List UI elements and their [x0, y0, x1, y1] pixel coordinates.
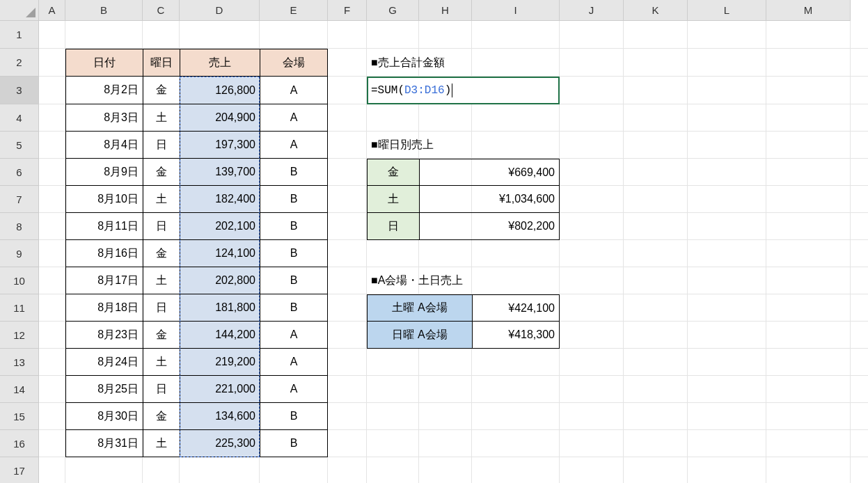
cell-venue-12[interactable]: A	[260, 322, 328, 349]
row-header-12[interactable]: 12	[0, 322, 39, 349]
row-header-16[interactable]: 16	[0, 430, 39, 457]
venuea-amount-11[interactable]: ¥424,100	[472, 294, 560, 322]
byday-amount-7[interactable]: ¥1,034,600	[419, 186, 560, 213]
col-header-G[interactable]: G	[367, 0, 419, 21]
cell-date-11[interactable]: 8月18日	[65, 294, 143, 322]
col-header-H[interactable]: H	[419, 0, 472, 21]
cell-date-5[interactable]: 8月4日	[65, 132, 143, 159]
cell-date-7[interactable]: 8月10日	[65, 186, 143, 213]
cell-sales-3[interactable]: 126,800	[180, 77, 260, 104]
cell-day-4[interactable]: 土	[143, 104, 180, 132]
cell-sales-12[interactable]: 144,200	[180, 322, 260, 349]
row-header-13[interactable]: 13	[0, 349, 39, 376]
row-header-7[interactable]: 7	[0, 186, 39, 213]
cell-day-16[interactable]: 土	[143, 430, 180, 457]
byday-amount-6[interactable]: ¥669,400	[419, 159, 560, 186]
byday-day-6[interactable]: 金	[367, 159, 419, 186]
venuea-label-11[interactable]: 土曜 A会場	[367, 294, 472, 322]
cell-date-9[interactable]: 8月16日	[65, 240, 143, 267]
cell-venue-15[interactable]: B	[260, 403, 328, 430]
venuea-amount-12[interactable]: ¥418,300	[472, 322, 560, 349]
col-header-A[interactable]: A	[39, 0, 65, 21]
cell-sales-4[interactable]: 204,900	[180, 104, 260, 132]
cell-day-7[interactable]: 土	[143, 186, 180, 213]
cell-sales-11[interactable]: 181,800	[180, 294, 260, 322]
cell-venue-4[interactable]: A	[260, 104, 328, 132]
cell-day-11[interactable]: 日	[143, 294, 180, 322]
col-header-L[interactable]: L	[688, 0, 766, 21]
grid-area[interactable]: 日付曜日売上会場8月2日金126,800A8月3日土204,900A8月4日日1…	[39, 21, 868, 483]
row-header-17[interactable]: 17	[0, 457, 39, 483]
row-header-5[interactable]: 5	[0, 132, 39, 159]
col-header-K[interactable]: K	[624, 0, 688, 21]
cell-date-10[interactable]: 8月17日	[65, 267, 143, 294]
row-header-6[interactable]: 6	[0, 159, 39, 186]
cell-day-8[interactable]: 日	[143, 213, 180, 240]
cell-day-5[interactable]: 日	[143, 132, 180, 159]
cell-sales-7[interactable]: 182,400	[180, 186, 260, 213]
cell-venue-8[interactable]: B	[260, 213, 328, 240]
cell-venue-7[interactable]: B	[260, 186, 328, 213]
header-venue[interactable]: 会場	[260, 49, 328, 77]
cell-sales-10[interactable]: 202,800	[180, 267, 260, 294]
cell-date-15[interactable]: 8月30日	[65, 403, 143, 430]
header-day[interactable]: 曜日	[143, 49, 180, 77]
col-header-D[interactable]: D	[180, 0, 260, 21]
cell-venue-11[interactable]: B	[260, 294, 328, 322]
header-date[interactable]: 日付	[65, 49, 143, 77]
col-header-I[interactable]: I	[472, 0, 560, 21]
cell-venue-5[interactable]: A	[260, 132, 328, 159]
row-header-9[interactable]: 9	[0, 240, 39, 267]
select-all-corner[interactable]	[0, 0, 39, 21]
cell-sales-13[interactable]: 219,200	[180, 349, 260, 376]
row-header-3[interactable]: 3	[0, 77, 39, 104]
cell-day-13[interactable]: 土	[143, 349, 180, 376]
row-header-2[interactable]: 2	[0, 49, 39, 77]
cell-date-6[interactable]: 8月9日	[65, 159, 143, 186]
byday-day-8[interactable]: 日	[367, 213, 419, 240]
row-header-14[interactable]: 14	[0, 376, 39, 403]
cell-day-6[interactable]: 金	[143, 159, 180, 186]
col-header-B[interactable]: B	[65, 0, 143, 21]
cell-venue-13[interactable]: A	[260, 349, 328, 376]
cell-day-3[interactable]: 金	[143, 77, 180, 104]
row-header-8[interactable]: 8	[0, 213, 39, 240]
cell-sales-16[interactable]: 225,300	[180, 430, 260, 457]
cell-date-16[interactable]: 8月31日	[65, 430, 143, 457]
row-header-4[interactable]: 4	[0, 104, 39, 132]
cell-sales-9[interactable]: 124,100	[180, 240, 260, 267]
byday-amount-8[interactable]: ¥802,200	[419, 213, 560, 240]
row-header-15[interactable]: 15	[0, 403, 39, 430]
row-header-1[interactable]: 1	[0, 21, 39, 49]
cell-day-10[interactable]: 土	[143, 267, 180, 294]
cell-date-14[interactable]: 8月25日	[65, 376, 143, 403]
cell-sales-5[interactable]: 197,300	[180, 132, 260, 159]
cell-sales-8[interactable]: 202,100	[180, 213, 260, 240]
row-header-11[interactable]: 11	[0, 294, 39, 322]
cell-date-4[interactable]: 8月3日	[65, 104, 143, 132]
cell-date-8[interactable]: 8月11日	[65, 213, 143, 240]
spreadsheet[interactable]: ABCDEFGHIJKLM 1234567891011121314151617 …	[0, 0, 868, 483]
cell-date-3[interactable]: 8月2日	[65, 77, 143, 104]
cell-day-9[interactable]: 金	[143, 240, 180, 267]
cell-venue-10[interactable]: B	[260, 267, 328, 294]
cell-sales-6[interactable]: 139,700	[180, 159, 260, 186]
cell-day-12[interactable]: 金	[143, 322, 180, 349]
cell-date-12[interactable]: 8月23日	[65, 322, 143, 349]
cell-venue-16[interactable]: B	[260, 430, 328, 457]
venuea-label-12[interactable]: 日曜 A会場	[367, 322, 472, 349]
header-sales[interactable]: 売上	[180, 49, 260, 77]
cell-sales-15[interactable]: 134,600	[180, 403, 260, 430]
col-header-J[interactable]: J	[560, 0, 624, 21]
cell-day-14[interactable]: 日	[143, 376, 180, 403]
cell-venue-6[interactable]: B	[260, 159, 328, 186]
cell-venue-9[interactable]: B	[260, 240, 328, 267]
formula-cell[interactable]: =SUM(D3:D16)	[367, 77, 560, 104]
row-header-10[interactable]: 10	[0, 267, 39, 294]
cell-sales-14[interactable]: 221,000	[180, 376, 260, 403]
cell-day-15[interactable]: 金	[143, 403, 180, 430]
cell-date-13[interactable]: 8月24日	[65, 349, 143, 376]
col-header-C[interactable]: C	[143, 0, 180, 21]
cell-venue-3[interactable]: A	[260, 77, 328, 104]
cell-venue-14[interactable]: A	[260, 376, 328, 403]
